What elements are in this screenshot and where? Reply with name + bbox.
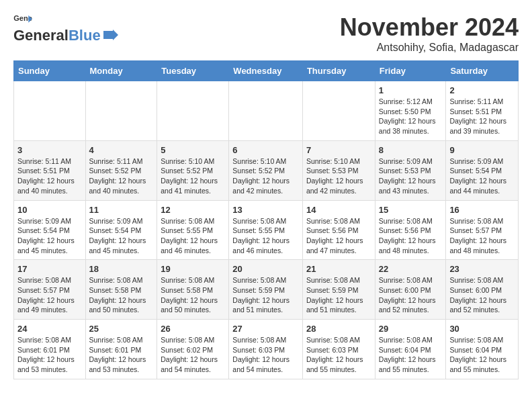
day-info: Sunrise: 5:09 AM Sunset: 5:54 PM Dayligh… [449, 156, 515, 196]
day-number: 7 [306, 145, 371, 155]
calendar-day-cell: 16Sunrise: 5:08 AM Sunset: 5:57 PM Dayli… [446, 200, 519, 260]
empty-day-cell [229, 81, 303, 141]
day-number: 20 [232, 264, 299, 274]
svg-marker-2 [103, 30, 118, 40]
day-number: 26 [161, 324, 225, 334]
day-info: Sunrise: 5:08 AM Sunset: 6:03 PM Dayligh… [232, 335, 299, 375]
calendar-week-row: 24Sunrise: 5:08 AM Sunset: 6:01 PM Dayli… [14, 320, 519, 379]
day-number: 6 [232, 145, 299, 155]
day-number: 29 [379, 324, 443, 334]
day-number: 8 [379, 145, 443, 155]
calendar-day-cell: 18Sunrise: 5:08 AM Sunset: 5:58 PM Dayli… [85, 260, 157, 320]
calendar-day-cell: 9Sunrise: 5:09 AM Sunset: 5:54 PM Daylig… [446, 140, 519, 200]
calendar-week-row: 3Sunrise: 5:11 AM Sunset: 5:51 PM Daylig… [14, 140, 519, 200]
calendar-day-cell: 26Sunrise: 5:08 AM Sunset: 6:02 PM Dayli… [157, 320, 229, 379]
calendar-day-cell: 15Sunrise: 5:08 AM Sunset: 5:56 PM Dayli… [375, 200, 446, 260]
day-info: Sunrise: 5:10 AM Sunset: 5:52 PM Dayligh… [161, 156, 225, 196]
day-info: Sunrise: 5:08 AM Sunset: 5:58 PM Dayligh… [161, 275, 225, 315]
day-number: 11 [89, 205, 154, 215]
calendar-table: SundayMondayTuesdayWednesdayThursdayFrid… [13, 60, 519, 379]
calendar-day-cell: 3Sunrise: 5:11 AM Sunset: 5:51 PM Daylig… [14, 140, 86, 200]
day-info: Sunrise: 5:08 AM Sunset: 5:57 PM Dayligh… [17, 275, 82, 315]
day-number: 3 [17, 145, 82, 155]
day-info: Sunrise: 5:08 AM Sunset: 6:01 PM Dayligh… [89, 335, 154, 375]
calendar-day-cell: 4Sunrise: 5:11 AM Sunset: 5:52 PM Daylig… [85, 140, 157, 200]
day-number: 17 [17, 264, 82, 274]
day-info: Sunrise: 5:11 AM Sunset: 5:51 PM Dayligh… [17, 156, 82, 196]
day-info: Sunrise: 5:08 AM Sunset: 5:56 PM Dayligh… [306, 216, 371, 256]
calendar-day-cell: 21Sunrise: 5:08 AM Sunset: 5:59 PM Dayli… [302, 260, 375, 320]
day-info: Sunrise: 5:08 AM Sunset: 5:55 PM Dayligh… [232, 216, 299, 256]
day-number: 30 [449, 324, 515, 334]
day-number: 13 [232, 205, 299, 215]
day-info: Sunrise: 5:08 AM Sunset: 6:02 PM Dayligh… [161, 335, 225, 375]
calendar-day-cell: 6Sunrise: 5:10 AM Sunset: 5:52 PM Daylig… [229, 140, 303, 200]
day-info: Sunrise: 5:10 AM Sunset: 5:53 PM Dayligh… [306, 156, 371, 196]
weekday-header-sunday: Sunday [14, 61, 86, 81]
day-number: 16 [449, 205, 515, 215]
day-info: Sunrise: 5:08 AM Sunset: 6:04 PM Dayligh… [379, 335, 443, 375]
day-number: 24 [17, 324, 82, 334]
calendar-week-row: 1Sunrise: 5:12 AM Sunset: 5:50 PM Daylig… [14, 81, 519, 141]
day-info: Sunrise: 5:08 AM Sunset: 5:58 PM Dayligh… [89, 275, 154, 315]
day-info: Sunrise: 5:08 AM Sunset: 6:01 PM Dayligh… [17, 335, 82, 375]
day-info: Sunrise: 5:09 AM Sunset: 5:53 PM Dayligh… [379, 156, 443, 196]
calendar-day-cell: 25Sunrise: 5:08 AM Sunset: 6:01 PM Dayli… [85, 320, 157, 379]
calendar-day-cell: 27Sunrise: 5:08 AM Sunset: 6:03 PM Dayli… [229, 320, 303, 379]
day-number: 1 [379, 85, 443, 95]
calendar-day-cell: 8Sunrise: 5:09 AM Sunset: 5:53 PM Daylig… [375, 140, 446, 200]
empty-day-cell [302, 81, 375, 141]
calendar-day-cell: 5Sunrise: 5:10 AM Sunset: 5:52 PM Daylig… [157, 140, 229, 200]
calendar-day-cell: 7Sunrise: 5:10 AM Sunset: 5:53 PM Daylig… [302, 140, 375, 200]
day-info: Sunrise: 5:09 AM Sunset: 5:54 PM Dayligh… [89, 216, 154, 256]
empty-day-cell [85, 81, 157, 141]
day-number: 22 [379, 264, 443, 274]
day-info: Sunrise: 5:08 AM Sunset: 6:04 PM Dayligh… [449, 335, 515, 375]
logo-general: General [13, 27, 69, 44]
day-number: 19 [161, 264, 225, 274]
day-number: 18 [89, 264, 154, 274]
day-number: 4 [89, 145, 154, 155]
day-number: 15 [379, 205, 443, 215]
day-info: Sunrise: 5:08 AM Sunset: 6:00 PM Dayligh… [449, 275, 515, 315]
day-number: 10 [17, 205, 82, 215]
page-header: General General Blue November 2024 Antso… [13, 13, 519, 54]
calendar-day-cell: 2Sunrise: 5:11 AM Sunset: 5:51 PM Daylig… [446, 81, 519, 141]
day-info: Sunrise: 5:08 AM Sunset: 5:57 PM Dayligh… [449, 216, 515, 256]
calendar-week-row: 17Sunrise: 5:08 AM Sunset: 5:57 PM Dayli… [14, 260, 519, 320]
weekday-header-tuesday: Tuesday [157, 61, 229, 81]
calendar-day-cell: 24Sunrise: 5:08 AM Sunset: 6:01 PM Dayli… [14, 320, 86, 379]
month-year-title: November 2024 [340, 13, 519, 42]
day-number: 14 [306, 205, 371, 215]
day-number: 12 [161, 205, 225, 215]
calendar-day-cell: 1Sunrise: 5:12 AM Sunset: 5:50 PM Daylig… [375, 81, 446, 141]
calendar-day-cell: 12Sunrise: 5:08 AM Sunset: 5:55 PM Dayli… [157, 200, 229, 260]
location-subtitle: Antsohihy, Sofia, Madagascar [340, 42, 519, 54]
calendar-day-cell: 23Sunrise: 5:08 AM Sunset: 6:00 PM Dayli… [446, 260, 519, 320]
day-number: 25 [89, 324, 154, 334]
calendar-header-row: SundayMondayTuesdayWednesdayThursdayFrid… [14, 61, 519, 81]
day-number: 21 [306, 264, 371, 274]
day-info: Sunrise: 5:08 AM Sunset: 6:03 PM Dayligh… [306, 335, 371, 375]
day-info: Sunrise: 5:08 AM Sunset: 6:00 PM Dayligh… [379, 275, 443, 315]
day-info: Sunrise: 5:12 AM Sunset: 5:50 PM Dayligh… [379, 97, 443, 136]
calendar-day-cell: 22Sunrise: 5:08 AM Sunset: 6:00 PM Dayli… [375, 260, 446, 320]
day-number: 9 [449, 145, 515, 155]
calendar-day-cell: 17Sunrise: 5:08 AM Sunset: 5:57 PM Dayli… [14, 260, 86, 320]
day-info: Sunrise: 5:08 AM Sunset: 5:59 PM Dayligh… [306, 275, 371, 315]
calendar-day-cell: 19Sunrise: 5:08 AM Sunset: 5:58 PM Dayli… [157, 260, 229, 320]
calendar-day-cell: 14Sunrise: 5:08 AM Sunset: 5:56 PM Dayli… [302, 200, 375, 260]
calendar-week-row: 10Sunrise: 5:09 AM Sunset: 5:54 PM Dayli… [14, 200, 519, 260]
day-info: Sunrise: 5:11 AM Sunset: 5:52 PM Dayligh… [89, 156, 154, 196]
day-info: Sunrise: 5:08 AM Sunset: 5:59 PM Dayligh… [232, 275, 299, 315]
day-info: Sunrise: 5:11 AM Sunset: 5:51 PM Dayligh… [449, 97, 515, 136]
day-number: 5 [161, 145, 225, 155]
day-number: 23 [449, 264, 515, 274]
logo-icon: General [13, 13, 32, 26]
day-number: 28 [306, 324, 371, 334]
day-number: 2 [449, 85, 515, 95]
weekday-header-monday: Monday [85, 61, 157, 81]
day-info: Sunrise: 5:08 AM Sunset: 5:55 PM Dayligh… [161, 216, 225, 256]
calendar-day-cell: 29Sunrise: 5:08 AM Sunset: 6:04 PM Dayli… [375, 320, 446, 379]
weekday-header-thursday: Thursday [302, 61, 375, 81]
